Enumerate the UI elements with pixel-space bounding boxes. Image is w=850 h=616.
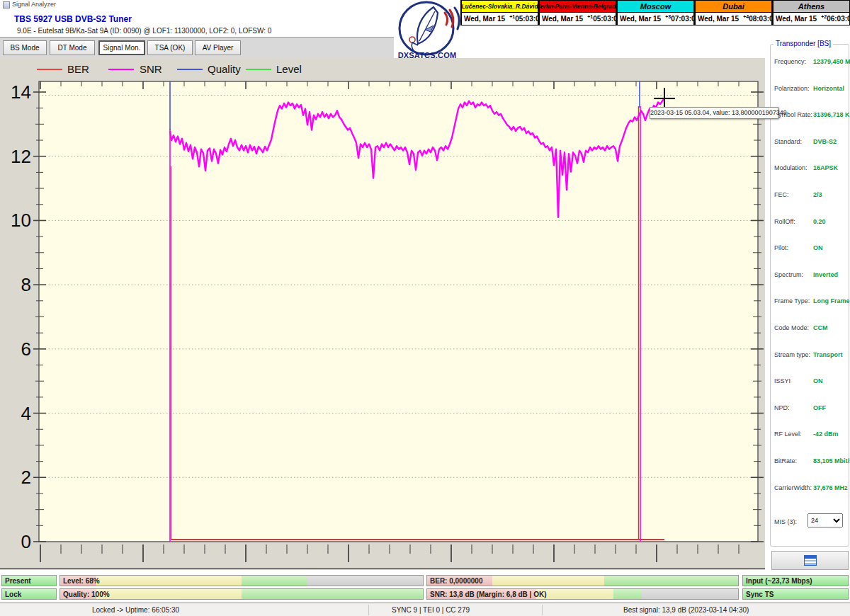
tp-value-6: 0.20 <box>813 218 826 225</box>
y-axis-label: 4 <box>21 403 31 424</box>
tp-value-3: DVB-S2 <box>813 138 837 145</box>
tab-av-player[interactable]: AV Player <box>195 40 241 55</box>
tp-value-0: 12379,450 MHz <box>813 58 850 65</box>
tp-value-14: -42 dBm <box>813 430 839 438</box>
y-axis-label: 0 <box>21 531 31 552</box>
tp-value-15: 83,105 Mbit/s <box>813 457 850 464</box>
tp-value-8: Inverted <box>813 271 838 278</box>
clock-city-label: Berlin-Paris-Vienna-Belgrade <box>540 1 616 13</box>
bar-segment-yellow <box>96 576 242 586</box>
tp-label-14: RF Level: <box>774 430 802 438</box>
tab-strip: BS ModeDT ModeSignal Mon.TSA (OK)AV Play… <box>0 38 398 58</box>
app-icon <box>3 1 10 8</box>
tp-label-16: CarrierWidth: <box>774 484 812 491</box>
bar-segment-green <box>613 589 642 599</box>
bar-label: SNR: 13,8 dB (Margin: 6,8 dB | OK) <box>430 591 546 598</box>
tp-value-16: 37,676 MHz <box>813 484 848 491</box>
indicator-lock: Lock <box>1 588 57 600</box>
transponder-title: Transponder [BS] <box>774 40 833 47</box>
tp-value-13: OFF <box>813 404 826 411</box>
tp-label-9: Frame Type: <box>774 297 810 304</box>
y-axis-label: 10 <box>11 210 31 231</box>
tab-bs-mode[interactable]: BS Mode <box>3 40 47 55</box>
tp-value-5: 2/3 <box>813 191 822 198</box>
tp-label-11: Stream type: <box>774 351 810 358</box>
bar-label: BER: 0,0000000 <box>430 577 483 585</box>
indicator-level-68: Level: 68% <box>60 575 424 586</box>
tp-value-7: ON <box>813 244 823 251</box>
clock-time: Wed, Mar 15+408:03:03 <box>696 13 771 25</box>
tp-label-5: FEC: <box>774 191 789 198</box>
y-axis-label: 2 <box>21 467 31 488</box>
status-uptime: Locked -> Uptime: 66:05:30 <box>92 606 179 614</box>
transponder-sidebar: Transponder [BS] Frequency:12379,450 MHz… <box>769 0 850 616</box>
tuning-info: 9.0E - Eutelsat 9B/Ka-Sat 9A (ID: 0090) … <box>17 27 271 35</box>
bar-label: Level: 68% <box>63 577 100 585</box>
tp-label-8: Spectrum: <box>774 271 803 278</box>
tp-label-4: Modulation: <box>774 164 808 171</box>
clock-time: Wed, Mar 15+307:03:03 <box>618 13 693 25</box>
tp-label-0: Frequency: <box>774 58 806 65</box>
mis-dropdown[interactable]: 24 <box>808 513 843 527</box>
y-axis-label: 14 <box>11 81 31 103</box>
tp-label-13: NPD: <box>774 404 790 411</box>
bar-segment-yellow <box>536 589 614 599</box>
dxsatcs-logo: DXSATCS.COM <box>394 0 460 62</box>
clock-time: Wed, Mar 15+105:03:03 <box>540 13 616 25</box>
y-axis-label: 6 <box>21 338 31 360</box>
device-title: TBS 5927 USB DVB-S2 Tuner <box>14 14 132 24</box>
y-axis-label: 12 <box>11 146 31 167</box>
bar-segment-empty <box>307 576 423 586</box>
status-separator <box>368 605 369 615</box>
tp-label-3: Standard: <box>774 138 802 145</box>
clock-berlin-paris-vienna-belgrade: Berlin-Paris-Vienna-BelgradeWed, Mar 15+… <box>538 0 616 25</box>
bar-label: Present <box>5 577 31 585</box>
clock-city-label: Moscow <box>618 1 693 13</box>
window-title: Signal Analyzer <box>12 1 56 8</box>
clock-lu-enec-slovakia-r-d-vid: Lučenec-Slovakia_R.DávidWed, Mar 15+105:… <box>460 0 538 25</box>
status-sync: SYNC 9 | TEI 0 | CC 279 <box>392 606 470 614</box>
transponder-groupbox <box>770 44 849 547</box>
tp-label-7: Pilot: <box>774 244 788 251</box>
bar-label: Input (~23,73 Mbps) <box>746 577 812 585</box>
tab-tsa-ok-[interactable]: TSA (OK) <box>147 40 193 55</box>
signal-analyzer-window: Signal Analyzer TBS 5927 USB DVB-S2 Tune… <box>0 0 850 616</box>
bar-segment-green <box>604 576 738 586</box>
mis-label: MIS (3): <box>774 518 797 525</box>
clock-city-label: Dubai <box>696 1 771 13</box>
tab-dt-mode[interactable]: DT Mode <box>50 40 95 55</box>
tp-label-10: Code Mode: <box>774 324 809 331</box>
bar-segment-yellow <box>492 576 604 586</box>
clock-moscow: MoscowWed, Mar 15+307:03:03 <box>616 0 694 25</box>
plot-area[interactable] <box>39 81 758 542</box>
bar-segment-empty <box>642 589 738 599</box>
tp-value-2: 31396,718 KS/s <box>813 111 850 118</box>
tab-signal-mon-[interactable]: Signal Mon. <box>98 40 145 55</box>
y-axis-label: 8 <box>21 274 31 295</box>
tp-value-4: 16APSK <box>813 164 838 171</box>
bar-label: Lock <box>5 591 21 598</box>
tp-label-6: RollOff: <box>774 218 795 225</box>
tp-value-9: Long Frame <box>813 297 850 304</box>
indicator-quality-100: Quality: 100% <box>60 588 424 600</box>
bar-label: Quality: 100% <box>63 591 110 598</box>
indicator-sync-ts: Sync TS <box>742 588 849 600</box>
clock-city-label: Lučenec-Slovakia_R.Dávid <box>462 1 538 13</box>
signal-chart-plot[interactable]: 02468101214 <box>0 58 765 570</box>
bar-segment-yellow <box>96 589 242 599</box>
status-best-signal: Best signal: 13,9 dB (2023-03-14 04:30) <box>623 606 749 614</box>
tp-label-15: BitRate: <box>774 457 797 464</box>
sidebar-list-button[interactable] <box>771 551 849 570</box>
bar-segment-green <box>242 589 423 599</box>
tp-label-1: Polarization: <box>774 85 810 92</box>
tp-value-11: Transport <box>813 351 843 358</box>
status-bar: Locked -> Uptime: 66:05:30 SYNC 9 | TEI … <box>0 603 850 616</box>
indicator-present: Present <box>1 575 57 586</box>
list-icon <box>804 555 817 566</box>
tp-value-1: Horizontal <box>813 85 844 92</box>
indicator-ber-0-0000000: BER: 0,0000000 <box>426 575 739 586</box>
clock-dubai: DubaiWed, Mar 15+408:03:03 <box>694 0 772 25</box>
chart-tooltip: 2023-03-15 05.03.04, value: 13,800000190… <box>650 107 778 119</box>
indicator-input-23-73-mbps: Input (~23,73 Mbps) <box>742 575 849 586</box>
tp-label-12: ISSYI <box>774 377 790 384</box>
